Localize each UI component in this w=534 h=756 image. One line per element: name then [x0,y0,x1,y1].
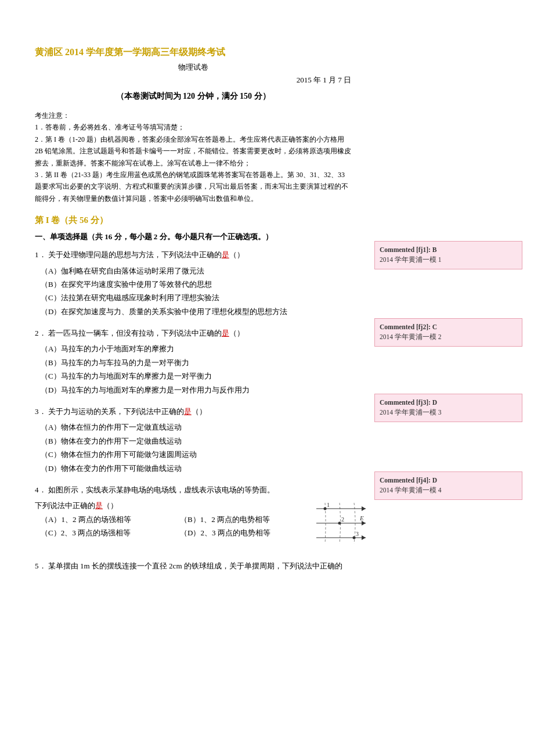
q1-highlight: 是 [222,250,229,259]
q2-option-b: （B）马拉车的力与车拉马的力是一对平衡力 [41,356,351,369]
q3-pre: 关于力与运动的关系，下列说法中正确的 [48,407,184,416]
svg-text:3: 3 [356,531,359,537]
q1-option-b: （B）在探究平均速度实验中使用了等效替代的思想 [41,278,351,291]
q4-pre: 如图所示，实线表示某静电场的电场线，虚线表示该电场的等势面。 [48,485,275,494]
svg-marker-5 [362,535,366,540]
main-content: 黄浦区 2014 学年度第一学期高三年级期终考试 物理试卷 2015 年 1 月… [0,0,369,756]
q1-post: （） [229,250,244,259]
exam-date: 2015 年 1 月 7 日 [35,75,351,85]
svg-point-6 [324,507,327,510]
comment-1-body: 2014 学年黄浦一模 1 [380,255,517,265]
instruction-2: 2．第 I 卷（1-20 题）由机器阅卷，答案必须全部涂写在答题卷上。考生应将代… [35,134,351,169]
comment-2: Commented [fj2]: C 2014 学年黄浦一模 2 [374,318,522,347]
instructions-label: 考生注意： [35,110,351,121]
q3-option-a: （A）物体在恒力的作用下一定做直线运动 [41,420,351,434]
exam-subtitle: 物理试卷 [35,62,351,73]
field-diagram-svg: 1 2 3 E [313,500,371,546]
comment-1: Commented [fj1]: B 2014 学年黄浦一模 1 [374,241,522,269]
q5-text: 5． 某单摆由 1m 长的摆线连接一个直径 2cm 的铁球组成，关于单摆周期，下… [35,559,351,573]
question-2: 2． 若一匹马拉一辆车，但没有拉动，下列说法中正确的是（） （A）马拉车的力小于… [35,326,351,397]
q4-options-row2: （C）2、3 两点的场强相等 （D）2、3 两点的电势相等 [41,526,308,539]
comment-4-body: 2014 学年黄浦一模 4 [380,485,517,495]
q3-options: （A）物体在恒力的作用下一定做直线运动 （B）物体在变力的作用下一定做曲线运动 … [41,420,351,475]
sidebar: Commented [fj1]: B 2014 学年黄浦一模 1 Comment… [369,0,534,756]
q1-options: （A）伽利略在研究自由落体运动时采用了微元法 （B）在探究平均速度实验中使用了等… [41,264,351,319]
comment-4: Commented [fj4]: D 2014 学年黄浦一模 4 [374,471,522,500]
q5-number: 5． [35,561,46,570]
question-4: 4． 如图所示，实线表示某静电场的电场线，虚线表示该电场的等势面。 下列说法中正… [35,483,351,551]
q3-text: 3． 关于力与运动的关系，下列说法中正确的是（） [35,405,351,418]
question-1: 1． 关于处理物理问题的思想与方法，下列说法中正确的是（） （A）伽利略在研究自… [35,248,351,318]
q1-option-a: （A）伽利略在研究自由落体运动时采用了微元法 [41,264,351,278]
comment-3: Commented [fj3]: D 2014 学年黄浦一模 3 [374,394,522,422]
q4-option-d: （D）2、3 两点的电势相等 [180,526,308,539]
comment-2-title: Commented [fj2]: C [380,322,517,332]
q4-number: 4． [35,485,46,494]
q3-option-b: （B）物体在变力的作用下一定做曲线运动 [41,434,351,448]
q4-options: （A）1、2 两点的场强相等 （B）1、2 两点的电势相等 （C）2、3 两点的… [41,513,308,540]
q2-options: （A）马拉车的力小于地面对车的摩擦力 （B）马拉车的力与车拉马的力是一对平衡力 … [41,342,351,397]
q2-option-c: （C）马拉车的力与地面对车的摩擦力是一对平衡力 [41,369,351,383]
q2-option-a: （A）马拉车的力小于地面对车的摩擦力 [41,342,351,355]
svg-text:2: 2 [341,516,344,523]
svg-marker-3 [362,521,366,525]
q3-post: （） [192,407,207,416]
part1-heading: 第 I 卷（共 56 分） [35,215,351,226]
q2-option-d: （D）马拉车的力与地面对车的摩擦力是一对作用力与反作用力 [41,383,351,397]
q4-option-b: （B）1、2 两点的电势相等 [180,513,308,526]
comment-2-body: 2014 学年黄浦一模 2 [380,332,517,342]
field-diagram: 1 2 3 E [313,500,371,550]
q3-option-d: （D）物体在变力的作用下可能做曲线运动 [41,462,351,475]
comment-3-body: 2014 学年黄浦一模 3 [380,408,517,417]
q4-highlight: 是 [95,501,103,510]
q4-text2: 下列说法中正确的是（） [35,499,308,512]
q2-number: 2． [35,329,46,337]
q1-option-c: （C）法拉第在研究电磁感应现象时利用了理想实验法 [41,291,351,304]
q4-text: 4． 如图所示，实线表示某静电场的电场线，虚线表示该电场的等势面。 [35,483,351,496]
comment-1-title: Commented [fj1]: B [380,245,517,255]
q2-text: 2． 若一匹马拉一辆车，但没有拉动，下列说法中正确的是（） [35,326,351,340]
instruction-1: 1．答卷前，务必将姓名、准考证号等填写清楚； [35,121,351,133]
q4-text-part: 下列说法中正确的是（） （A）1、2 两点的场强相等 （B）1、2 两点的电势相… [35,499,308,539]
comment-3-title: Commented [fj3]: D [380,398,517,408]
exam-info: （本卷测试时间为 120 分钟，满分 150 分） [35,91,351,102]
svg-point-8 [338,522,341,525]
svg-marker-1 [362,506,366,511]
q4-content: 下列说法中正确的是（） （A）1、2 两点的场强相等 （B）1、2 两点的电势相… [35,499,351,550]
q3-option-c: （C）物体在恒力的作用下可能做匀速圆周运动 [41,448,351,461]
svg-point-10 [353,537,356,539]
svg-text:E: E [359,514,364,521]
q1-pre: 关于处理物理问题的思想与方法，下列说法中正确的 [48,250,222,259]
exam-title: 黄浦区 2014 学年度第一学期高三年级期终考试 [35,46,351,59]
q4-options-row1: （A）1、2 两点的场强相等 （B）1、2 两点的电势相等 [41,513,308,526]
q1-text: 1． 关于处理物理问题的思想与方法，下列说法中正确的是（） [35,248,351,261]
q4-option-c: （C）2、3 两点的场强相等 [41,526,168,539]
section1-heading: 一、单项选择题（共 16 分，每小题 2 分。每小题只有一个正确选项。） [35,232,351,242]
q2-post: （） [229,329,244,337]
q3-highlight: 是 [184,407,192,416]
q1-number: 1． [35,250,46,259]
q2-highlight: 是 [222,329,229,337]
page-container: 黄浦区 2014 学年度第一学期高三年级期终考试 物理试卷 2015 年 1 月… [0,0,534,756]
svg-text:1: 1 [327,502,330,508]
q1-option-d: （D）在探究加速度与力、质量的关系实验中使用了理想化模型的思想方法 [41,305,351,318]
q5-pre: 某单摆由 1m 长的摆线连接一个直径 2cm 的铁球组成，关于单摆周期，下列说法… [48,561,342,570]
q2-pre: 若一匹马拉一辆车，但没有拉动，下列说法中正确的 [48,329,222,337]
q3-number: 3． [35,407,46,416]
question-5: 5． 某单摆由 1m 长的摆线连接一个直径 2cm 的铁球组成，关于单摆周期，下… [35,559,351,573]
question-3: 3． 关于力与运动的关系，下列说法中正确的是（） （A）物体在恒力的作用下一定做… [35,405,351,475]
instructions: 考生注意： 1．答卷前，务必将姓名、准考证号等填写清楚； 2．第 I 卷（1-2… [35,110,351,204]
instruction-3: 3．第 II 卷（21-33 题）考生应用蓝色或黑色的钢笔或圆珠笔将答案写在答题… [35,169,351,204]
q4-option-a: （A）1、2 两点的场强相等 [41,513,168,526]
comment-4-title: Commented [fj4]: D [380,476,517,485]
